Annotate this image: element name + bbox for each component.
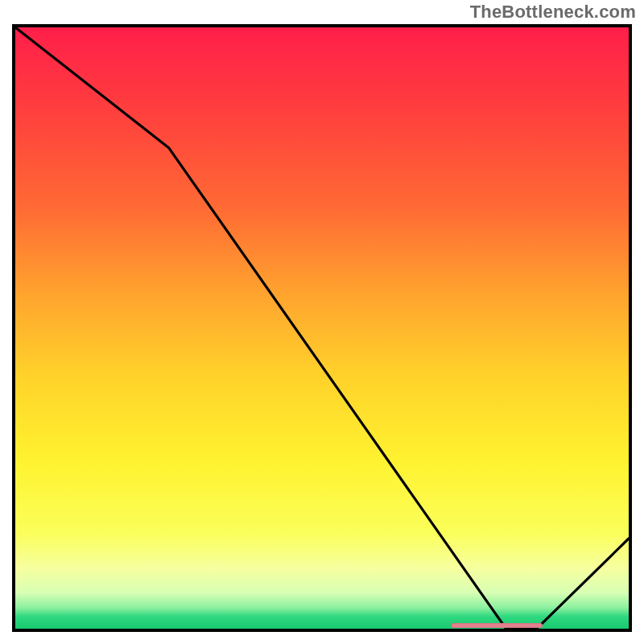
chart-frame: TheBottleneck.com	[0, 0, 644, 644]
line-curve-path	[15, 27, 629, 629]
watermark-text: TheBottleneck.com	[470, 2, 636, 23]
line-curve-svg	[15, 27, 629, 629]
plot-area	[12, 24, 632, 632]
bottleneck-marker	[451, 623, 543, 628]
